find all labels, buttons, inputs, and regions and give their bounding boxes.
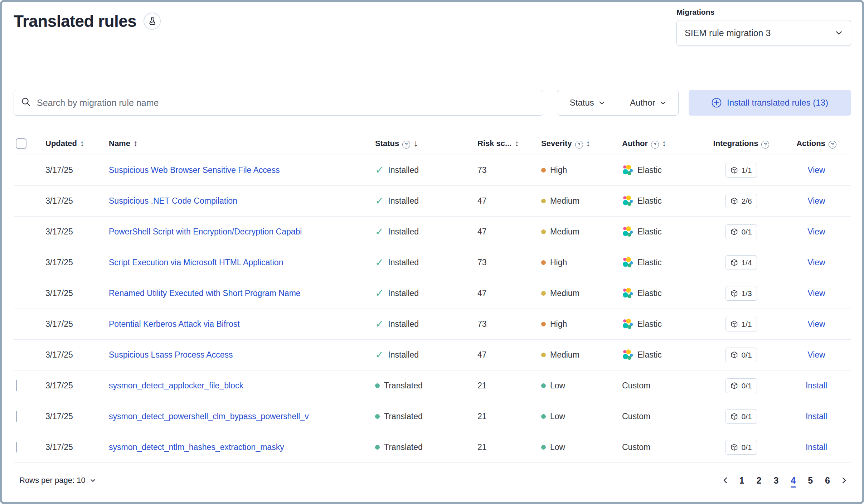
integrations-badge[interactable]: 0/1 [725,409,757,424]
table-row: 3/17/25 Suspicious Lsass Process Access … [14,340,851,370]
integrations-badge[interactable]: 1/4 [725,255,757,270]
action-link[interactable]: Install [806,381,827,391]
column-header-status[interactable]: Status ? ↓ [375,139,471,149]
page-number-4[interactable]: 4 [787,474,800,487]
severity-label: Low [550,442,565,452]
status-label: Translated [384,412,423,421]
action-link[interactable]: View [807,319,825,329]
check-icon: ✓ [375,350,384,360]
action-link[interactable]: View [807,258,825,267]
row-checkbox[interactable] [16,380,17,391]
author-label: Elastic [637,165,662,175]
action-link[interactable]: View [807,196,825,206]
integrations-count: 2/6 [741,197,752,205]
integrations-badge[interactable]: 0/1 [725,378,757,393]
elastic-logo-icon [622,319,633,330]
row-checkbox[interactable] [16,411,17,422]
rule-name-link[interactable]: PowerShell Script with Encryption/Decryp… [109,227,302,236]
cube-icon [730,290,738,297]
column-header-name[interactable]: Name ↕ [107,139,375,148]
search-input[interactable] [14,90,543,116]
status-filter-button[interactable]: Status [557,90,618,115]
table-row: 3/17/25 sysmon_detect_applocker_file_blo… [14,370,851,401]
updated-cell: 3/17/25 [43,165,107,175]
search-icon [21,97,31,109]
chevron-right-icon [840,476,848,485]
integrations-badge[interactable]: 0/1 [725,348,757,362]
integrations-badge[interactable]: 2/6 [725,194,757,208]
author-label: Custom [622,442,650,452]
rule-name-link[interactable]: sysmon_detect_applocker_file_block [109,381,243,390]
rule-name-link[interactable]: sysmon_detect_powershell_clm_bypass_powe… [109,412,309,421]
integrations-count: 1/4 [741,258,752,267]
updated-cell: 3/17/25 [43,412,107,421]
previous-page-button[interactable] [720,475,731,486]
select-all-checkbox[interactable] [16,138,26,149]
column-header-severity[interactable]: Severity ? ↕ [536,139,617,149]
action-link[interactable]: View [807,289,825,298]
status-label: Installed [388,258,419,267]
severity-label: Low [550,381,565,391]
risk-score-cell: 47 [471,196,536,206]
status-label: Installed [388,350,419,360]
severity-dot [541,229,546,234]
rule-name-link[interactable]: sysmon_detect_ntlm_hashes_extraction_mas… [109,442,284,452]
table-row: 3/17/25 sysmon_detect_ntlm_hashes_extrac… [14,432,851,463]
page-number-1[interactable]: 1 [736,474,748,487]
severity-dot [541,383,546,388]
table-row: 3/17/25 Renamed Utility Executed with Sh… [14,278,851,309]
author-label: Custom [622,412,650,421]
page-number-2[interactable]: 2 [752,474,765,487]
risk-score-cell: 21 [471,412,536,421]
status-label: Installed [388,227,419,237]
column-header-updated[interactable]: Updated ↕ [43,139,107,148]
action-link[interactable]: Install [806,412,827,421]
elastic-logo-icon [622,226,633,237]
table-body: 3/17/25 Suspicious Web Browser Sensitive… [14,155,851,463]
chevron-down-icon [660,100,666,106]
updated-cell: 3/17/25 [43,319,107,329]
column-header-risk-score[interactable]: Risk sc... ↕ [471,139,536,148]
row-checkbox[interactable] [16,442,17,452]
severity-dot [541,291,546,296]
next-page-button[interactable] [838,475,850,486]
author-label: Elastic [637,196,662,206]
rows-per-page-control[interactable]: Rows per page: 10 [19,476,96,485]
integrations-badge[interactable]: 0/1 [725,440,757,455]
cube-icon [730,197,738,205]
page-number-6[interactable]: 6 [821,474,834,487]
action-link[interactable]: View [807,165,825,175]
page-number-5[interactable]: 5 [804,474,817,487]
severity-label: Medium [550,227,579,237]
arrow-down-icon: ↓ [413,139,418,148]
rule-name-link[interactable]: Suspicious Web Browser Sensitive File Ac… [109,165,280,175]
migrations-control: Migrations SIEM rule migration 3 [676,8,851,46]
column-header-author[interactable]: Author ? ↕ [617,139,701,149]
status-label: Installed [388,319,419,329]
migrations-select[interactable]: SIEM rule migration 3 [676,20,851,46]
author-filter-button[interactable]: Author [618,90,679,115]
action-link[interactable]: Install [806,442,827,452]
integrations-badge[interactable]: 1/3 [725,286,757,301]
integrations-badge[interactable]: 1/1 [725,163,757,178]
integrations-badge[interactable]: 1/1 [725,317,757,331]
integrations-badge[interactable]: 0/1 [725,224,757,239]
severity-dot [541,199,546,203]
risk-score-cell: 73 [471,165,536,175]
page-number-3[interactable]: 3 [770,474,782,487]
question-in-circle-icon: ? [829,141,836,149]
rule-name-link[interactable]: Suspicious Lsass Process Access [109,350,233,359]
severity-label: High [550,258,567,267]
integrations-count: 1/1 [741,166,752,175]
cube-icon [730,413,738,420]
install-translated-rules-button[interactable]: Install translated rules (13) [689,90,851,116]
rule-name-link[interactable]: Renamed Utility Executed with Short Prog… [109,289,301,298]
rule-name-link[interactable]: Potential Kerberos Attack via Bifrost [109,319,240,329]
translated-rules-table: Updated ↕ Name ↕ Status ? ↓ Risk sc... ↕… [14,132,851,463]
rule-name-link[interactable]: Suspicious .NET Code Compilation [109,196,237,205]
rule-name-link[interactable]: Script Execution via Microsoft HTML Appl… [109,258,283,267]
author-label: Elastic [637,319,662,329]
migrations-label: Migrations [676,8,851,16]
action-link[interactable]: View [807,227,825,237]
action-link[interactable]: View [807,350,825,360]
